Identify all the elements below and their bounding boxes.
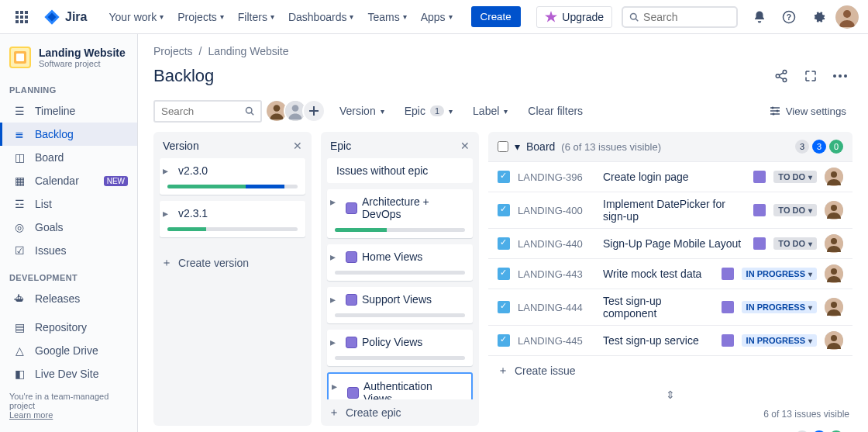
epic-chip-icon[interactable] xyxy=(722,334,734,347)
nav-your-work[interactable]: Your work▾ xyxy=(102,6,170,28)
epic-chip-icon[interactable] xyxy=(722,268,734,280)
svg-point-24 xyxy=(844,74,847,78)
expand-icon[interactable]: ▸ xyxy=(163,207,168,219)
expand-icon[interactable]: ▸ xyxy=(330,195,336,208)
sidebar-item-list[interactable]: ☲ List xyxy=(0,192,137,216)
breadcrumb-project-name[interactable]: Landing Website xyxy=(208,45,288,57)
epic-card[interactable]: ▸ Home Views xyxy=(327,244,473,281)
sidebar-item-timeline[interactable]: ☰ Timeline xyxy=(0,99,137,123)
epic-filter[interactable]: Epic 1 ▾ xyxy=(398,101,459,121)
nav-projects[interactable]: Projects▾ xyxy=(171,6,230,28)
status-dropdown[interactable]: IN PROGRESS ▾ xyxy=(742,301,817,313)
issue-row[interactable]: LANDING-440 Sign-Up Page Mobile Layout T… xyxy=(488,229,852,259)
issue-key[interactable]: LANDING-400 xyxy=(518,205,595,216)
more-actions-icon[interactable] xyxy=(828,64,852,88)
status-dropdown[interactable]: IN PROGRESS ▾ xyxy=(742,334,817,347)
backlog-search-input[interactable] xyxy=(161,105,240,117)
issue-key[interactable]: LANDING-396 xyxy=(518,171,595,183)
issue-row[interactable]: LANDING-396 Create login page TO DO ▾ xyxy=(488,161,852,192)
issue-summary: Test sign-up service xyxy=(603,334,714,347)
version-filter[interactable]: Version ▾ xyxy=(333,101,391,121)
epic-chip-icon[interactable] xyxy=(753,204,766,216)
global-search[interactable] xyxy=(622,6,738,28)
jira-logo[interactable]: Jira xyxy=(37,9,93,26)
sidebar-item-board[interactable]: ◫ Board xyxy=(0,146,137,169)
status-dropdown[interactable]: TO DO ▾ xyxy=(773,171,817,183)
expand-icon[interactable]: ▸ xyxy=(330,251,336,263)
status-dropdown[interactable]: IN PROGRESS ▾ xyxy=(742,268,817,280)
svg-point-22 xyxy=(833,74,836,78)
expand-icon[interactable]: ▸ xyxy=(332,380,337,392)
fullscreen-icon[interactable] xyxy=(798,64,823,88)
issue-key[interactable]: LANDING-443 xyxy=(518,268,595,280)
expand-icon[interactable]: ▸ xyxy=(163,164,168,177)
sidebar-item-goals[interactable]: ◎ Goals xyxy=(0,216,137,239)
assignee-avatar[interactable] xyxy=(825,201,843,219)
issues-without-epic[interactable]: Issues without epic xyxy=(327,158,473,183)
close-column-icon[interactable]: ✕ xyxy=(293,140,302,152)
nav-teams[interactable]: Teams▾ xyxy=(361,6,412,28)
assignee-avatar[interactable] xyxy=(825,234,843,253)
version-card[interactable]: ▸ v2.3.0 xyxy=(160,158,305,195)
notifications-icon[interactable] xyxy=(747,5,772,29)
assignee-avatar[interactable] xyxy=(825,264,843,283)
create-version-button[interactable]: ＋ Create version xyxy=(153,250,312,276)
create-issue-button[interactable]: ＋ Create issue xyxy=(488,356,852,385)
epic-chip-icon[interactable] xyxy=(722,301,734,313)
view-settings-button[interactable]: View settings xyxy=(763,101,852,121)
backlog-search[interactable] xyxy=(153,100,262,123)
create-button[interactable]: Create xyxy=(471,6,521,27)
sidebar-item-issues[interactable]: ☑ Issues xyxy=(0,239,137,262)
sidebar-item-label: Releases xyxy=(35,292,80,305)
clear-filters-button[interactable]: Clear filters xyxy=(522,101,589,121)
epic-card[interactable]: ▸ Authentication Views xyxy=(327,372,473,399)
issue-key[interactable]: LANDING-444 xyxy=(518,302,595,313)
sidebar-item-repository[interactable]: ▤ Repository xyxy=(0,316,137,339)
app-switcher-icon[interactable] xyxy=(9,5,34,29)
epic-chip-icon[interactable] xyxy=(753,237,766,250)
assignee-avatar[interactable] xyxy=(825,168,843,186)
issue-key[interactable]: LANDING-445 xyxy=(518,335,595,347)
epic-card[interactable]: ▸ Policy Views xyxy=(327,330,473,366)
add-assignee-button[interactable] xyxy=(302,99,326,123)
split-handle-icon[interactable]: ⇕ xyxy=(488,385,852,404)
issue-key[interactable]: LANDING-440 xyxy=(518,238,595,250)
status-dropdown[interactable]: TO DO ▾ xyxy=(773,237,817,250)
sidebar-item-backlog[interactable]: ≣ Backlog xyxy=(0,123,137,146)
sidebar-item-live-dev-site[interactable]: ◧ Live Dev Site xyxy=(0,362,137,385)
sidebar-item-releases[interactable]: ⛴ Releases xyxy=(0,287,137,310)
breadcrumb-projects[interactable]: Projects xyxy=(153,45,193,57)
issue-row[interactable]: LANDING-444 Test sign-up component IN PR… xyxy=(488,289,852,326)
issue-row[interactable]: LANDING-443 Write mock test data IN PROG… xyxy=(488,259,852,289)
epic-chip-icon[interactable] xyxy=(753,171,766,183)
nav-apps[interactable]: Apps▾ xyxy=(415,6,459,28)
nav-filters[interactable]: Filters▾ xyxy=(232,6,281,28)
collapse-icon[interactable]: ▾ xyxy=(515,140,520,153)
close-column-icon[interactable]: ✕ xyxy=(460,140,470,152)
epic-card[interactable]: ▸ Support Views xyxy=(327,287,473,323)
help-icon[interactable]: ? xyxy=(777,5,801,29)
issue-row[interactable]: LANDING-400 Implement DatePicker for sig… xyxy=(488,192,852,229)
status-dropdown[interactable]: TO DO ▾ xyxy=(773,204,817,216)
project-header[interactable]: Landing Website Software project xyxy=(0,47,137,74)
sidebar-item-google-drive[interactable]: △ Google Drive xyxy=(0,339,137,362)
nav-dashboards[interactable]: Dashboards▾ xyxy=(282,6,360,28)
version-card[interactable]: ▸ v2.3.1 xyxy=(160,201,305,237)
expand-icon[interactable]: ▸ xyxy=(330,293,336,306)
create-epic-button[interactable]: ＋ Create epic xyxy=(321,399,479,426)
issue-row[interactable]: LANDING-445 Test sign-up service IN PROG… xyxy=(488,326,852,356)
assignee-avatar[interactable] xyxy=(825,331,843,350)
profile-avatar[interactable] xyxy=(835,5,859,29)
global-search-input[interactable] xyxy=(643,11,730,23)
learn-more-link[interactable]: Learn more xyxy=(9,410,53,420)
upgrade-button[interactable]: Upgrade xyxy=(536,6,612,28)
sidebar-item-calendar[interactable]: ▦ Calendar NEW xyxy=(0,169,137,192)
settings-icon[interactable] xyxy=(806,5,831,29)
epic-card[interactable]: ▸ Architecture + DevOps xyxy=(327,189,473,238)
share-icon[interactable] xyxy=(769,64,794,88)
assignee-avatar[interactable] xyxy=(825,298,843,316)
label-filter[interactable]: Label ▾ xyxy=(467,101,514,121)
board-select-all-checkbox[interactable] xyxy=(498,141,508,152)
epic-column-header: Epic ✕ xyxy=(321,132,479,158)
expand-icon[interactable]: ▸ xyxy=(330,336,336,348)
